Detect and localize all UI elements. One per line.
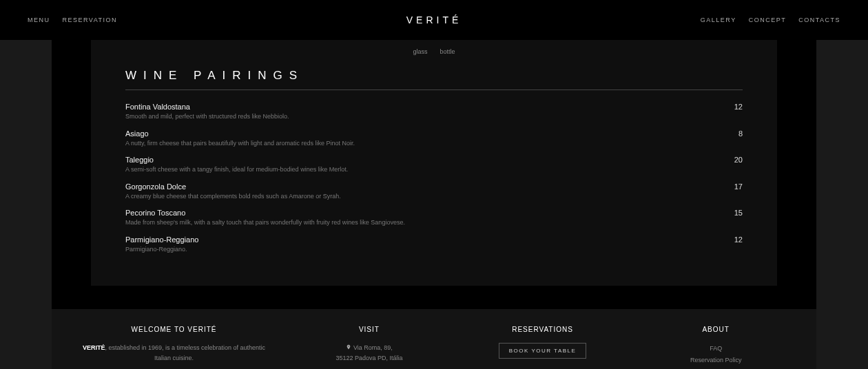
wine-info: Taleggio A semi-soft cheese with a tangy… (125, 156, 722, 174)
wine-info: Fontina Valdostana Smooth and mild, perf… (125, 103, 722, 121)
book-table-button[interactable]: BOOK YOUR TABLE (499, 343, 587, 359)
wine-name: Pecorino Toscano (125, 209, 722, 217)
nav-logo[interactable]: VERITÉ (406, 14, 462, 25)
wine-item: Parmigiano-Reggiano Parmigiano-Reggiano.… (125, 231, 743, 258)
section-title: WINE PAIRINGS (125, 69, 743, 90)
wine-column-headers: glass bottle (125, 48, 743, 69)
location-icon (346, 343, 351, 353)
footer-about: ABOUT FAQ Reservation Policy Privacy Pol… (643, 326, 789, 369)
wine-desc: A creamy blue cheese that complements bo… (125, 192, 722, 201)
wine-name: Asiago (125, 129, 722, 138)
wine-info: Gorgonzola Dolce A creamy blue cheese th… (125, 182, 722, 201)
footer-reservations: RESERVATIONS BOOK YOUR TABLE HOURS MONDA… (470, 326, 616, 369)
wine-price: 8 (722, 129, 743, 138)
wine-desc: Parmigiano-Reggiano. (125, 245, 722, 254)
wine-info: Parmigiano-Reggiano Parmigiano-Reggiano. (125, 235, 722, 254)
welcome-text1: , established in 1969, is a timeless cel… (105, 344, 265, 361)
wine-price: 17 (722, 182, 743, 191)
nav-concept[interactable]: Concept (749, 17, 787, 23)
reservation-policy-link[interactable]: Reservation Policy (690, 355, 742, 366)
footer: Welcome to Verité VERITÉ, established in… (52, 309, 816, 369)
wine-item: Taleggio A semi-soft cheese with a tangy… (125, 151, 743, 178)
privacy-policy-link[interactable]: Privacy Policy (696, 366, 735, 369)
addr-line2: 35122 Padova PD, Itália (335, 355, 402, 361)
wine-item: Pecorino Toscano Made from sheep's milk,… (125, 204, 743, 231)
welcome-para1: VERITÉ, established in 1969, is a timele… (79, 343, 269, 364)
footer-visit: VISIT Via Roma, 89, 35122 Padova PD, Itá… (296, 326, 442, 369)
wine-desc: Made from sheep's milk, with a salty tou… (125, 218, 722, 227)
about-heading: ABOUT (702, 326, 729, 333)
visit-heading: VISIT (359, 326, 380, 333)
nav-right: Gallery Concept Contacts (701, 17, 840, 23)
bottle-header: bottle (440, 48, 455, 55)
wine-info: Pecorino Toscano Made from sheep's milk,… (125, 209, 722, 227)
nav-left: Menu Reservation (28, 17, 117, 23)
brand-name: VERITÉ (83, 344, 105, 351)
faq-link[interactable]: FAQ (710, 343, 722, 355)
wine-desc: A semi-soft cheese with a tangy finish, … (125, 165, 722, 174)
wine-item: Gorgonzola Dolce A creamy blue cheese th… (125, 178, 743, 205)
wine-item: Fontina Valdostana Smooth and mild, perf… (125, 98, 743, 125)
footer-grid: Welcome to Verité VERITÉ, established in… (79, 326, 789, 369)
wine-name: Parmigiano-Reggiano (125, 235, 722, 244)
wine-info: Asiago A nutty, firm cheese that pairs b… (125, 129, 722, 148)
wine-name: Gorgonzola Dolce (125, 182, 722, 191)
wine-desc: A nutty, firm cheese that pairs beautifu… (125, 139, 722, 148)
nav-menu[interactable]: Menu (28, 17, 50, 23)
nav-reservation[interactable]: Reservation (63, 17, 118, 23)
nav-contacts[interactable]: Contacts (798, 17, 840, 23)
wine-name: Taleggio (125, 156, 722, 164)
wine-price: 12 (722, 103, 743, 111)
wine-desc: Smooth and mild, perfect with structured… (125, 112, 722, 121)
page-container: glass bottle WINE PAIRINGS Fontina Valdo… (52, 0, 816, 369)
visit-address: Via Roma, 89, 35122 Padova PD, Itália (335, 343, 402, 364)
addr-line1: Via Roma, 89, (353, 344, 393, 351)
reservations-heading: RESERVATIONS (512, 326, 573, 333)
wine-section: glass bottle WINE PAIRINGS Fontina Valdo… (91, 0, 777, 286)
wine-price: 12 (722, 235, 743, 244)
wine-item: Asiago A nutty, firm cheese that pairs b… (125, 125, 743, 152)
wine-name: Fontina Valdostana (125, 103, 722, 111)
header-nav: Menu Reservation VERITÉ Gallery Concept … (0, 0, 868, 40)
welcome-heading: Welcome to Verité (132, 326, 217, 333)
glass-header: glass (413, 48, 427, 55)
footer-welcome: Welcome to Verité VERITÉ, established in… (79, 326, 269, 369)
wine-price: 15 (722, 209, 743, 217)
wine-price: 20 (722, 156, 743, 164)
nav-gallery[interactable]: Gallery (701, 17, 736, 23)
